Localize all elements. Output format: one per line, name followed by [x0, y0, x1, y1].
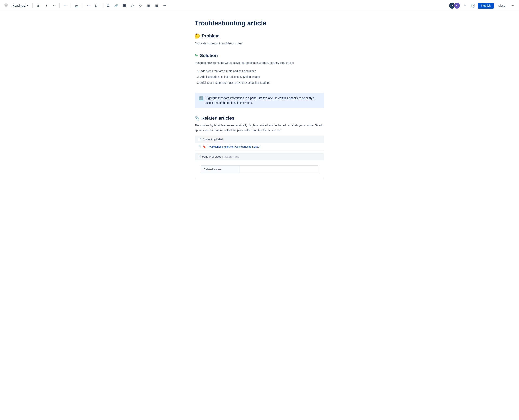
related-articles-heading: 📎 Related articles — [195, 116, 324, 121]
numbered-list-button[interactable]: 1≡ — [93, 2, 100, 9]
main-content: Troubleshooting article 🤔 Problem Add a … — [182, 11, 337, 202]
problem-heading: 🤔 Problem — [195, 33, 324, 39]
troubleshooting-article-link[interactable]: 🔖 Troubleshooting article (Confluence te… — [203, 145, 260, 148]
toolbar-divider-5 — [102, 3, 102, 8]
solution-section: ⤷ Solution Describe how someone would so… — [195, 53, 324, 85]
solution-emoji: ⤷ — [195, 53, 198, 58]
solution-heading: ⤷ Solution — [195, 53, 324, 58]
layout-button[interactable]: ⊟ — [153, 2, 160, 9]
collaborator-avatars: CK C — [449, 2, 460, 9]
list-item: Add steps that are simple and self-conta… — [200, 68, 324, 74]
problem-emoji: 🤔 — [195, 33, 200, 39]
content-by-label-body: 📄 🔖 Troubleshooting article (Confluence … — [195, 143, 324, 150]
solution-intro: Describe how someone would solve the pro… — [195, 61, 324, 65]
task-list-button[interactable]: ☑ — [105, 2, 111, 9]
avatar-c: C — [454, 2, 460, 9]
bold-button[interactable]: B — [35, 2, 42, 9]
image-button[interactable]: 🖼 — [121, 2, 128, 9]
toolbar-divider-4 — [83, 3, 83, 8]
add-more-button[interactable]: + ▾ — [162, 2, 168, 9]
close-button[interactable]: Close — [496, 3, 508, 8]
heading-style-select[interactable]: Heading 2 ▾ — [11, 3, 30, 8]
toolbar-right: CK C + 🕒 Publish Close ··· — [449, 2, 516, 9]
italic-button[interactable]: I — [43, 2, 50, 9]
page-properties-header: 📄 Page Properties | hidden = true — [195, 153, 324, 160]
macro-doc-icon: 📄 — [198, 138, 201, 141]
related-articles-section: 📎 Related articles The content by label … — [195, 116, 324, 179]
toolbar: Heading 2 ▾ B I ··· ≡ ▾ A ▾ ≔ 1≡ ☑ 🔗 — [0, 0, 519, 11]
more-text-options-button[interactable]: ··· — [51, 2, 57, 9]
problem-description: Add a short description of the problem. — [195, 41, 324, 46]
app-logo — [3, 2, 9, 9]
related-articles-emoji: 📎 — [195, 116, 200, 121]
publish-button[interactable]: Publish — [478, 3, 494, 8]
item-doc-icon: 📄 — [198, 145, 201, 148]
page-properties-icon: 📄 — [198, 155, 201, 158]
emoji-button[interactable]: ☺ — [137, 2, 144, 9]
related-issues-label: Related issues — [201, 166, 240, 173]
info-panel: ℹ️ Highlight important information in a … — [195, 93, 324, 108]
info-panel-text: Highlight important information in a pan… — [206, 96, 320, 105]
overflow-menu-button[interactable]: ··· — [509, 2, 516, 9]
page-title: Troubleshooting article — [195, 19, 324, 27]
bullet-list-button[interactable]: ≔ — [85, 2, 92, 9]
related-articles-description: The content by label feature automatical… — [195, 123, 324, 132]
page-properties-macro: 📄 Page Properties | hidden = true Relate… — [195, 153, 324, 179]
page-properties-table: Related issues — [201, 165, 318, 173]
table-row: Related issues — [201, 166, 318, 173]
alignment-button[interactable]: ≡ ▾ — [62, 2, 68, 9]
list-item: Stick to 3-5 steps per task to avoid ove… — [200, 80, 324, 85]
toolbar-divider-1 — [32, 3, 33, 8]
link-button[interactable]: 🔗 — [113, 2, 120, 9]
heading-style-label: Heading 2 — [13, 4, 26, 7]
page-properties-meta: | hidden = true — [222, 155, 239, 158]
info-icon: ℹ️ — [199, 96, 203, 101]
toolbar-divider-3 — [71, 3, 71, 8]
problem-section: 🤔 Problem Add a short description of the… — [195, 33, 324, 46]
chevron-down-icon: ▾ — [27, 4, 28, 7]
related-issues-value — [240, 166, 318, 173]
list-item: Add illustrations to instructions by typ… — [200, 74, 324, 79]
add-collaborator-button[interactable]: + — [462, 2, 468, 9]
save-version-button[interactable]: 🕒 — [470, 2, 476, 9]
text-color-button[interactable]: A ▾ — [73, 2, 80, 9]
page-properties-body: Related issues — [195, 160, 324, 179]
content-by-label-item: 📄 🔖 Troubleshooting article (Confluence … — [198, 145, 321, 148]
mention-button[interactable]: @ — [129, 2, 136, 9]
content-by-label-header: 📄 Content by Label — [195, 136, 324, 143]
table-button[interactable]: ⊞ — [145, 2, 152, 9]
solution-steps: Add steps that are simple and self-conta… — [200, 68, 324, 86]
content-by-label-macro: 📄 Content by Label 📄 🔖 Troubleshooting a… — [195, 136, 324, 150]
